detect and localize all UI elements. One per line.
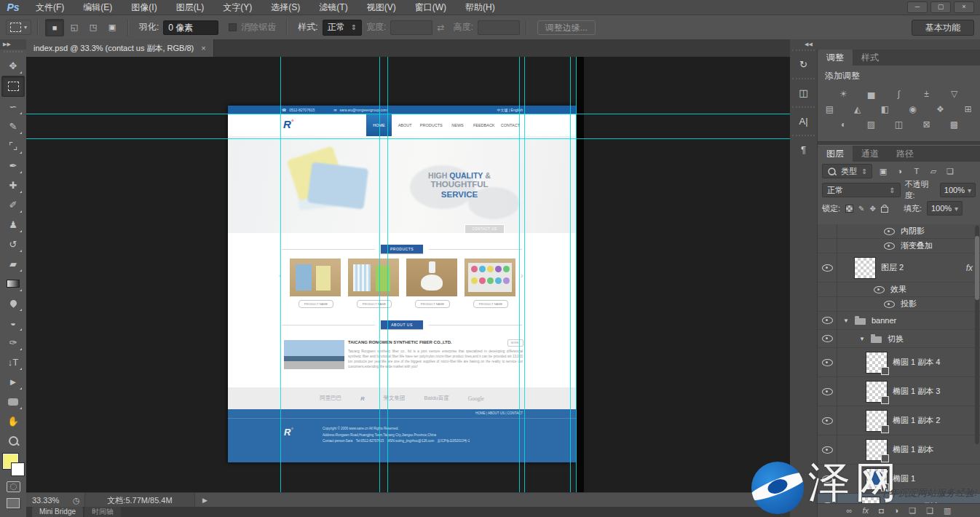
- properties-panel-icon[interactable]: ◫: [792, 78, 815, 106]
- visibility-toggle[interactable]: [822, 359, 833, 366]
- layer-row[interactable]: 椭圆 1 副本: [818, 435, 980, 465]
- feather-input[interactable]: 0 像素: [163, 20, 218, 35]
- menu-filter[interactable]: 滤镜(T): [309, 1, 357, 14]
- guide-line[interactable]: [387, 57, 388, 492]
- close-button[interactable]: ×: [954, 1, 974, 13]
- brightness-contrast-icon[interactable]: ☀: [836, 88, 852, 99]
- toolbar-collapse-icon[interactable]: ▶▶: [0, 39, 26, 50]
- spot-healing-brush-tool[interactable]: ✚: [2, 175, 24, 195]
- shape-tool[interactable]: [2, 392, 24, 411]
- eraser-tool[interactable]: ▰: [2, 254, 24, 274]
- type-tool[interactable]: ↓T: [2, 352, 24, 372]
- dodge-tool[interactable]: ◒: [2, 313, 24, 333]
- guide-line[interactable]: [26, 138, 790, 139]
- workspace-switcher-button[interactable]: 基本功能: [912, 20, 974, 36]
- guide-line[interactable]: [570, 57, 571, 492]
- rectangular-marquee-tool[interactable]: [1, 76, 25, 97]
- layer-row[interactable]: 渐变叠加: [818, 239, 980, 253]
- crop-tool[interactable]: ⌜⌟: [2, 136, 24, 156]
- layer-row[interactable]: 图层 2fx: [818, 253, 980, 283]
- layer-thumbnail[interactable]: [866, 411, 887, 431]
- gradient-tool[interactable]: [2, 274, 24, 293]
- canvas-area[interactable]: ☎ 0512-82707615 ✉ sara.wu@rongwengroup.c…: [26, 57, 790, 492]
- document-tab[interactable]: index.psd @ 33.3% (contact us 副本, RGB/8)…: [26, 39, 214, 57]
- visibility-toggle[interactable]: [884, 242, 895, 250]
- paragraph-panel-icon[interactable]: ¶: [792, 135, 815, 163]
- add-selection-mode-button[interactable]: ◱: [66, 20, 83, 36]
- gradient-map-icon[interactable]: ▩: [947, 119, 963, 130]
- tab-adjustments[interactable]: 调整: [818, 50, 853, 66]
- zoom-level-field[interactable]: 33.33%: [26, 496, 73, 505]
- guide-line[interactable]: [379, 57, 380, 492]
- filter-pixel-layers-icon[interactable]: ▣: [877, 167, 889, 176]
- expand-triangle-icon[interactable]: ▼: [843, 317, 849, 324]
- filter-adjustment-layers-icon[interactable]: ◑: [893, 167, 906, 175]
- layer-filter-select[interactable]: 类型 ⇕: [822, 164, 872, 178]
- tab-channels[interactable]: 通道: [853, 146, 888, 162]
- tab-mini-bridge[interactable]: Mini Bridge: [32, 507, 83, 517]
- guide-line[interactable]: [524, 57, 525, 492]
- layer-row[interactable]: 椭圆 1 副本 2: [818, 406, 980, 435]
- quick-mask-button[interactable]: [7, 481, 20, 492]
- layer-group-row[interactable]: ▼切换: [818, 330, 980, 348]
- curves-icon[interactable]: ∫: [891, 88, 907, 99]
- fx-badge[interactable]: fx: [966, 263, 973, 273]
- filter-type-layers-icon[interactable]: T: [910, 167, 922, 175]
- tab-paths[interactable]: 路径: [888, 146, 922, 162]
- eyedropper-tool[interactable]: ✒: [2, 156, 24, 175]
- filter-shape-layers-icon[interactable]: ▱: [927, 167, 939, 176]
- lock-position-icon[interactable]: ✥: [869, 205, 875, 213]
- width-input[interactable]: [390, 20, 432, 35]
- character-panel-icon[interactable]: A|: [792, 106, 815, 135]
- tab-close-icon[interactable]: ×: [201, 44, 205, 52]
- channel-mixer-icon[interactable]: ❖: [933, 103, 949, 114]
- visibility-toggle[interactable]: [884, 301, 895, 308]
- clone-stamp-tool[interactable]: ♟: [2, 215, 24, 234]
- tab-styles[interactable]: 样式: [853, 50, 888, 66]
- screen-mode-button[interactable]: [7, 498, 20, 508]
- layer-row[interactable]: 椭圆 1: [818, 465, 980, 494]
- layer-row[interactable]: 椭圆 1 副本 3: [818, 377, 980, 406]
- lock-pixels-icon[interactable]: ✎: [858, 205, 864, 213]
- path-selection-tool[interactable]: ►: [2, 372, 24, 392]
- opacity-value[interactable]: 100%▾: [940, 183, 976, 197]
- visibility-toggle[interactable]: [822, 417, 833, 425]
- layer-group-row[interactable]: ▼banner: [818, 312, 980, 330]
- guide-line[interactable]: [280, 57, 281, 492]
- layer-row[interactable]: 效果: [818, 283, 980, 297]
- menu-select[interactable]: 选择(S): [261, 1, 309, 14]
- layer-thumbnail[interactable]: [866, 469, 887, 489]
- tab-timeline[interactable]: 时间轴: [84, 507, 121, 517]
- visibility-toggle[interactable]: [874, 286, 885, 293]
- delete-layer-icon[interactable]: ▥: [944, 506, 951, 516]
- menu-file[interactable]: 文件(F): [26, 1, 74, 14]
- swap-dimensions-icon[interactable]: ⇄: [437, 23, 444, 33]
- add-layer-mask-icon[interactable]: ◘: [879, 506, 884, 515]
- posterize-icon[interactable]: ▨: [864, 119, 880, 130]
- zoom-tool[interactable]: [2, 431, 24, 451]
- lock-all-icon[interactable]: [881, 207, 888, 213]
- layer-thumbnail[interactable]: [866, 352, 887, 373]
- menu-help[interactable]: 帮助(H): [456, 1, 505, 14]
- layer-thumbnail[interactable]: [866, 382, 887, 402]
- hand-tool[interactable]: ✋: [2, 411, 24, 431]
- visibility-toggle[interactable]: [822, 264, 833, 272]
- visibility-toggle[interactable]: [822, 317, 833, 324]
- fill-value[interactable]: 100%▾: [927, 201, 963, 216]
- guide-line[interactable]: [576, 57, 577, 492]
- color-lookup-icon[interactable]: ⊞: [960, 103, 976, 114]
- new-selection-mode-button[interactable]: ■: [45, 19, 64, 36]
- dock-collapse-icon[interactable]: ◀◀: [790, 39, 980, 50]
- history-panel-icon[interactable]: ↻: [792, 50, 815, 78]
- invert-icon[interactable]: ◐: [836, 119, 852, 130]
- brush-tool[interactable]: ✐: [2, 195, 24, 215]
- visibility-toggle[interactable]: [822, 388, 833, 395]
- exposure-icon[interactable]: ±: [919, 88, 935, 99]
- hue-saturation-icon[interactable]: ▤: [822, 103, 838, 114]
- lock-transparency-icon[interactable]: [845, 205, 853, 213]
- selective-color-icon[interactable]: ⊠: [919, 119, 935, 130]
- black-white-icon[interactable]: ◧: [877, 103, 893, 114]
- quick-selection-tool[interactable]: ✎: [2, 117, 24, 136]
- menu-edit[interactable]: 编辑(E): [74, 1, 122, 14]
- menu-layer[interactable]: 图层(L): [167, 1, 214, 14]
